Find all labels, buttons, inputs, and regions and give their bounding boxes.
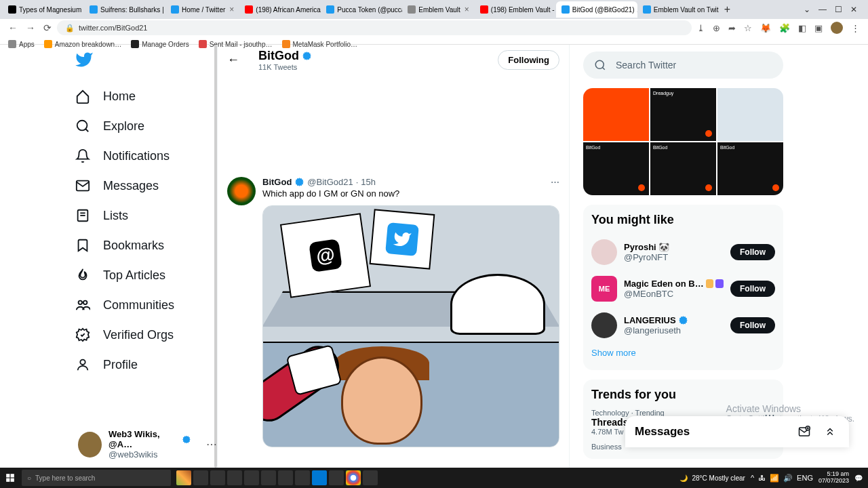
start-button[interactable] [0, 468, 20, 488]
sidebar-item-lists[interactable]: Lists [75, 201, 217, 230]
svg-line-10 [602, 67, 604, 69]
browser-tab[interactable]: Pucca Token (@pucca…× [321, 1, 402, 18]
taskbar-app-icon[interactable] [312, 470, 327, 485]
forward-icon[interactable]: → [26, 22, 35, 33]
tweet[interactable]: BitGod @BitGod21 · 15h ⋯ Which app do I … [218, 170, 569, 454]
avatar [591, 312, 617, 338]
messages-drawer[interactable]: Messages [625, 416, 849, 447]
sidebar-item-communities[interactable]: Communities [75, 290, 217, 320]
taskbar-chrome-icon[interactable] [346, 470, 361, 485]
taskbar-app-icon[interactable] [193, 470, 208, 485]
weather-widget[interactable]: 🌙 28°C Mostly clear [679, 474, 745, 482]
mail-icon [75, 178, 91, 194]
tweet-more-icon[interactable]: ⋯ [551, 177, 559, 187]
svg-point-0 [77, 121, 87, 131]
tweet-handle[interactable]: @BitGod21 [307, 177, 353, 187]
taskbar-app-icon[interactable] [227, 470, 242, 485]
chevron-down-icon[interactable]: ⌄ [804, 5, 810, 14]
profile-avatar-icon[interactable] [831, 22, 843, 34]
browser-tab[interactable]: Suifrens: Bullsharks | E…× [84, 1, 165, 18]
profile-media-grid[interactable]: Dreadguy BitGod BitGod BitGod [583, 88, 783, 195]
taskbar-clock[interactable]: 5:19 am 07/07/2023 [818, 471, 849, 485]
url-input[interactable]: 🔒 twitter.com/BitGod21 [57, 20, 692, 35]
tweet-author-name[interactable]: BitGod [262, 177, 292, 187]
show-more-link[interactable]: Show more [591, 344, 775, 362]
browser-tab[interactable]: (198) Emblem Vault - …× [475, 1, 556, 18]
search-input[interactable]: Search Twitter [583, 52, 783, 79]
reload-icon[interactable]: ⟳ [43, 22, 52, 33]
maximize-icon[interactable]: ☐ [835, 5, 842, 14]
new-tab-button[interactable]: + [719, 3, 736, 16]
system-tray[interactable]: ^ 🖧 📶 🔊 ENG [751, 474, 813, 483]
search-url-icon[interactable]: ⊕ [713, 23, 720, 33]
taskbar-app-icon[interactable] [278, 470, 293, 485]
extension-icon[interactable]: ◧ [798, 23, 806, 33]
browser-tab[interactable]: Emblem Vault on Twit…× [637, 1, 719, 18]
extension-icon[interactable]: ▣ [814, 23, 823, 33]
star-icon[interactable]: ☆ [744, 23, 752, 33]
bookmark-icon [75, 237, 91, 253]
wifi-icon[interactable]: 📶 [770, 474, 779, 483]
taskbar-app-icon[interactable] [363, 470, 378, 485]
tab-strip: Types of Magnesium× Suifrens: Bullsharks… [0, 0, 868, 19]
taskbar-search[interactable]: ○ Type here to search [22, 470, 171, 486]
tweet-avatar[interactable] [227, 177, 256, 205]
browser-tab-active[interactable]: BitGod (@BitGod21) …× [556, 1, 637, 18]
suggestion-row[interactable]: LANGERIUS @langeriuseth Follow [591, 307, 775, 344]
sidebar-scrollbar[interactable] [214, 45, 217, 468]
share-icon[interactable]: ➦ [728, 23, 736, 33]
follow-button[interactable]: Follow [730, 281, 775, 297]
taskbar-app-icon[interactable] [295, 470, 310, 485]
back-arrow-icon[interactable]: ← [227, 53, 239, 67]
sidebar-item-top-articles[interactable]: Top Articles [75, 260, 217, 290]
extension-icon[interactable]: 🦊 [760, 23, 771, 33]
media-thumbnail[interactable] [717, 88, 783, 141]
browser-tab[interactable]: Home / Twitter× [165, 1, 239, 18]
install-icon[interactable]: ⤓ [697, 23, 705, 33]
sidebar-item-explore[interactable]: Explore [75, 111, 217, 141]
media-thumbnail[interactable]: BitGod [583, 142, 649, 195]
tweet-media[interactable]: @ [262, 205, 559, 447]
media-thumbnail[interactable]: BitGod [717, 142, 783, 195]
follow-button[interactable]: Follow [730, 244, 775, 260]
close-icon[interactable]: ✕ [850, 5, 857, 14]
minimize-icon[interactable]: — [818, 5, 827, 14]
sidebar-item-messages[interactable]: Messages [75, 171, 217, 201]
browser-tab[interactable]: Emblem Vault× [402, 1, 475, 18]
notifications-icon[interactable]: 💬 [854, 474, 863, 482]
following-button[interactable]: Following [498, 50, 559, 70]
taskbar-app-icon[interactable] [210, 470, 225, 485]
back-icon[interactable]: ← [8, 22, 18, 33]
language-indicator[interactable]: ENG [797, 474, 813, 483]
volume-icon[interactable]: 🔊 [783, 474, 793, 483]
menu-icon[interactable]: ⋮ [851, 23, 860, 33]
taskbar-app-icon[interactable] [244, 470, 259, 485]
new-message-icon[interactable] [795, 422, 814, 441]
tweet-time[interactable]: 15h [361, 177, 376, 187]
sidebar-item-profile[interactable]: Profile [75, 350, 217, 380]
more-icon[interactable]: ⋯ [206, 438, 217, 451]
follow-button[interactable]: Follow [730, 317, 775, 333]
expand-drawer-icon[interactable] [821, 422, 840, 441]
taskbar-app-icon[interactable] [176, 470, 191, 485]
sidebar-item-bookmarks[interactable]: Bookmarks [75, 230, 217, 260]
suggestion-row[interactable]: ME Magic Eden on B… @MEonBTC Follow [591, 270, 775, 307]
suggestion-row[interactable]: Pyroshi 🐼@PyroNFT Follow [591, 234, 775, 270]
puzzle-icon[interactable]: 🧩 [779, 23, 790, 33]
media-thumbnail[interactable]: Dreadguy [650, 88, 716, 141]
twitter-logo-icon[interactable] [75, 50, 94, 69]
chevron-up-icon[interactable]: ^ [751, 474, 754, 483]
browser-tab[interactable]: Types of Magnesium× [3, 1, 84, 18]
media-thumbnail[interactable] [583, 88, 649, 141]
network-icon[interactable]: 🖧 [758, 474, 766, 483]
main-column: ← BitGod 11K Tweets Following BitGod @Bi… [217, 45, 570, 468]
taskbar-app-icon[interactable] [329, 470, 344, 485]
sidebar-item-notifications[interactable]: Notifications [75, 141, 217, 171]
browser-tab[interactable]: (198) African America…× [239, 1, 321, 18]
taskbar-app-icon[interactable] [261, 470, 276, 485]
sidebar-user-compact[interactable]: Web3 Wikis, @A… @web3wikis ⋯ [78, 429, 217, 460]
media-thumbnail[interactable]: BitGod [650, 142, 716, 195]
avatar [591, 239, 617, 265]
sidebar-item-verified-orgs[interactable]: Verified Orgs [75, 320, 217, 350]
sidebar-item-home[interactable]: Home [75, 81, 217, 111]
